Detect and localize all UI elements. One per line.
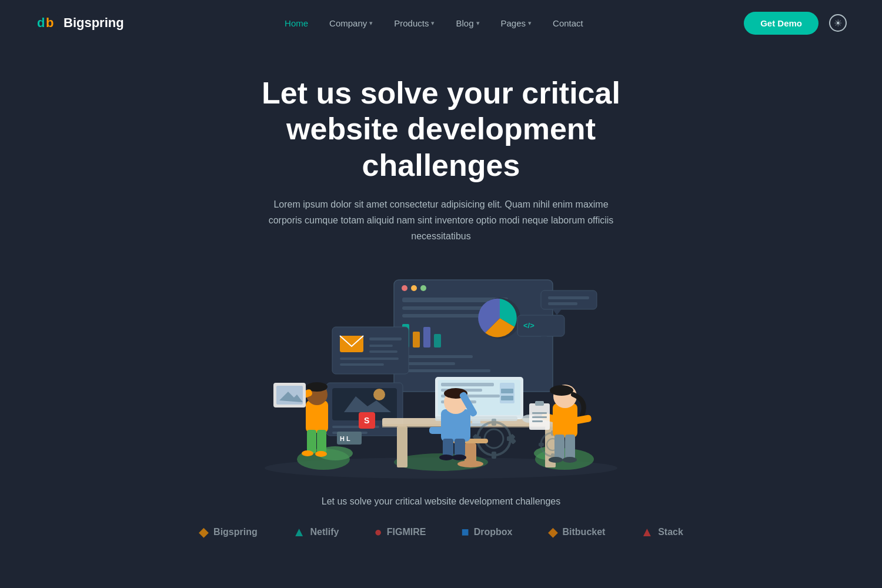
svg-point-102 [439,455,453,460]
svg-point-109 [549,457,563,463]
svg-rect-19 [423,327,430,348]
svg-point-34 [373,389,385,400]
svg-rect-59 [501,389,513,393]
svg-rect-28 [369,350,397,353]
hero-section: Let us solve your critical website devel… [0,46,882,262]
svg-rect-84 [307,430,316,453]
svg-rect-22 [402,362,455,365]
svg-rect-27 [369,345,393,347]
svg-rect-114 [532,412,547,414]
partner-logo-1: ▲Netlify [293,524,339,540]
svg-rect-101 [455,439,465,456]
svg-rect-115 [532,416,547,418]
logo-partner-name: Stack [658,527,683,537]
hero-heading: Let us solve your critical website devel… [223,75,659,183]
svg-point-103 [452,455,466,460]
svg-text:H L: H L [340,435,350,442]
svg-text:</>: </> [523,321,534,330]
nav-right: Get Demo ☀ [744,12,847,35]
partner-logo-3: ■Dropbox [461,524,512,540]
chevron-down-icon: ▾ [431,19,435,27]
bottom-tagline: Let us solve your critical website devel… [35,496,847,507]
nav-link-blog[interactable]: Blog ▾ [456,18,479,28]
svg-rect-42 [548,302,577,305]
svg-rect-29 [340,358,399,360]
svg-rect-41 [548,296,589,299]
logo-partner-name: FIGMIRE [387,527,426,537]
logo-shape-icon: ■ [461,524,469,540]
partner-logo-5: ▲Stack [640,524,683,540]
svg-rect-116 [532,420,543,422]
svg-rect-21 [402,355,473,358]
nav-link-pages[interactable]: Pages ▾ [501,18,532,28]
partner-logo-2: ●FIGMIRE [374,524,426,540]
hero-svg: </> S H L [241,268,641,480]
logo-shape-icon: ● [374,524,382,540]
logo-shape-icon: ▲ [293,524,306,540]
nav-item-pages[interactable]: Pages ▾ [501,18,532,28]
svg-rect-108 [565,435,575,459]
hero-subtext: Lorem ipsum dolor sit amet consectetur a… [259,196,623,245]
svg-point-11 [411,285,417,291]
svg-rect-67 [492,419,496,426]
svg-text:d: d [37,15,45,30]
logo-partner-name: Dropbox [474,527,513,537]
logo-text: Bigspring [64,15,124,31]
svg-text:S: S [364,416,369,425]
logo-shape-icon: ◆ [548,524,558,540]
get-demo-button[interactable]: Get Demo [744,12,818,35]
logo[interactable]: d b Bigspring [35,12,124,34]
svg-rect-95 [441,409,470,442]
nav-item-home[interactable]: Home [285,18,308,28]
svg-marker-43 [553,309,562,315]
svg-rect-18 [413,332,420,348]
svg-point-86 [302,450,313,456]
svg-rect-14 [402,306,485,310]
svg-rect-80 [539,443,544,446]
sun-icon: ☀ [834,18,842,29]
logo-partner-name: Bigspring [213,527,258,537]
svg-rect-26 [369,338,402,340]
nav-link-products[interactable]: Products ▾ [394,18,435,28]
nav-link-contact[interactable]: Contact [553,18,583,28]
nav-links: Home Company ▾ Products ▾ Blog ▾ Pages ▾ [285,18,583,28]
hero-illustration: </> S H L [0,268,882,480]
svg-rect-23 [402,369,490,372]
logo-shape-icon: ◆ [199,524,209,540]
logo-partner-name: Bitbucket [563,527,606,537]
svg-rect-30 [340,363,384,366]
svg-rect-100 [443,439,453,456]
svg-rect-20 [434,334,441,348]
chevron-down-icon: ▾ [528,19,532,27]
logos-row: ◆Bigspring▲Netlify●FIGMIRE■Dropbox◆Bitbu… [35,519,847,540]
chevron-down-icon: ▾ [476,19,480,27]
nav-link-company[interactable]: Company ▾ [329,18,373,28]
svg-rect-81 [306,400,328,433]
partner-logo-0: ◆Bigspring [199,524,258,540]
svg-rect-113 [535,401,544,406]
nav-item-company[interactable]: Company ▾ [329,18,373,28]
nav-item-blog[interactable]: Blog ▾ [456,18,479,28]
svg-rect-85 [317,430,326,453]
logo-partner-name: Netlify [310,527,339,537]
svg-point-106 [550,385,573,396]
svg-rect-40 [541,290,597,309]
svg-point-66 [485,429,503,448]
svg-rect-54 [441,383,494,386]
svg-text:b: b [46,15,54,30]
bottom-section: Let us solve your critical website devel… [0,480,882,540]
svg-point-87 [315,451,327,457]
svg-rect-60 [501,396,513,400]
navbar: d b Bigspring Home Company ▾ Products ▾ … [0,0,882,46]
svg-rect-99 [429,427,456,434]
partner-logo-4: ◆Bitbucket [548,524,606,540]
svg-rect-49 [397,426,407,467]
nav-item-contact[interactable]: Contact [553,18,583,28]
nav-link-home[interactable]: Home [285,18,308,28]
logo-icon: d b [35,12,58,34]
nav-item-products[interactable]: Products ▾ [394,18,435,28]
theme-toggle-button[interactable]: ☀ [829,14,847,32]
logo-shape-icon: ▲ [640,524,653,540]
chevron-down-icon: ▾ [369,19,373,27]
svg-point-12 [420,285,426,291]
